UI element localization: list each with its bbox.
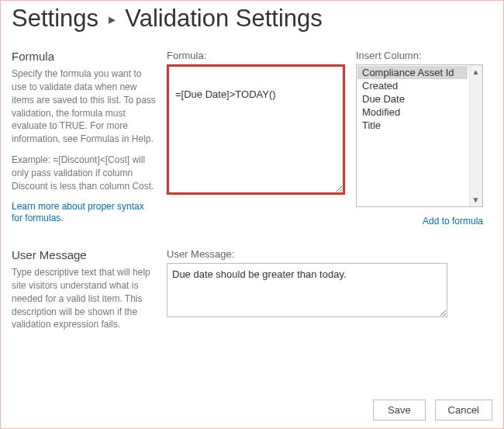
formula-right-col: Formula: Insert Column: Compliance Asset… bbox=[167, 50, 492, 227]
formula-field-wrap: Formula: bbox=[167, 50, 345, 227]
formula-left-col: Formula Specify the formula you want to … bbox=[12, 50, 167, 223]
breadcrumb-root[interactable]: Settings bbox=[12, 5, 98, 32]
usermsg-left-col: User Message Type descriptive text that … bbox=[12, 248, 167, 339]
column-item[interactable]: Modified bbox=[357, 106, 468, 119]
scroll-down-icon[interactable]: ▼ bbox=[469, 193, 482, 206]
column-item[interactable]: Created bbox=[357, 79, 468, 92]
usermsg-desc: Type descriptive text that will help sit… bbox=[12, 266, 157, 331]
save-button[interactable]: Save bbox=[373, 400, 426, 420]
usermsg-title: User Message bbox=[12, 248, 157, 261]
column-item[interactable]: Due Date bbox=[357, 92, 468, 106]
insert-column-wrap: Insert Column: Compliance Asset Id Creat… bbox=[356, 50, 483, 227]
column-item[interactable]: Title bbox=[357, 119, 468, 132]
column-listbox[interactable]: Compliance Asset Id Created Due Date Mod… bbox=[356, 64, 483, 207]
cancel-button[interactable]: Cancel bbox=[435, 400, 492, 420]
column-item[interactable]: Compliance Asset Id bbox=[357, 66, 468, 79]
column-scrollbar[interactable]: ▲ ▼ bbox=[469, 65, 482, 206]
formula-title: Formula bbox=[12, 50, 157, 63]
add-to-formula-link[interactable]: Add to formula bbox=[423, 216, 483, 227]
formula-desc: Specify the formula you want to use to v… bbox=[12, 67, 157, 146]
usermsg-right-col: User Message: bbox=[167, 248, 492, 320]
formula-input[interactable] bbox=[167, 64, 345, 195]
user-message-section: User Message Type descriptive text that … bbox=[12, 248, 492, 339]
usermsg-label: User Message: bbox=[167, 248, 492, 260]
formula-section: Formula Specify the formula you want to … bbox=[12, 50, 492, 227]
breadcrumb: Settings ▸ Validation Settings bbox=[12, 4, 492, 33]
breadcrumb-page: Validation Settings bbox=[125, 5, 322, 32]
scroll-up-icon[interactable]: ▲ bbox=[469, 65, 482, 78]
formula-label: Formula: bbox=[167, 50, 345, 61]
user-message-input[interactable] bbox=[167, 263, 447, 317]
formula-help-link[interactable]: Learn more about proper syntax for formu… bbox=[12, 201, 144, 223]
formula-example: Example: =[Discount]<[Cost] will only pa… bbox=[12, 154, 157, 192]
footer-buttons: Save Cancel bbox=[367, 400, 492, 420]
breadcrumb-separator-icon: ▸ bbox=[105, 12, 119, 27]
settings-page: Settings ▸ Validation Settings Formula S… bbox=[0, 0, 504, 429]
insert-column-label: Insert Column: bbox=[356, 50, 483, 61]
